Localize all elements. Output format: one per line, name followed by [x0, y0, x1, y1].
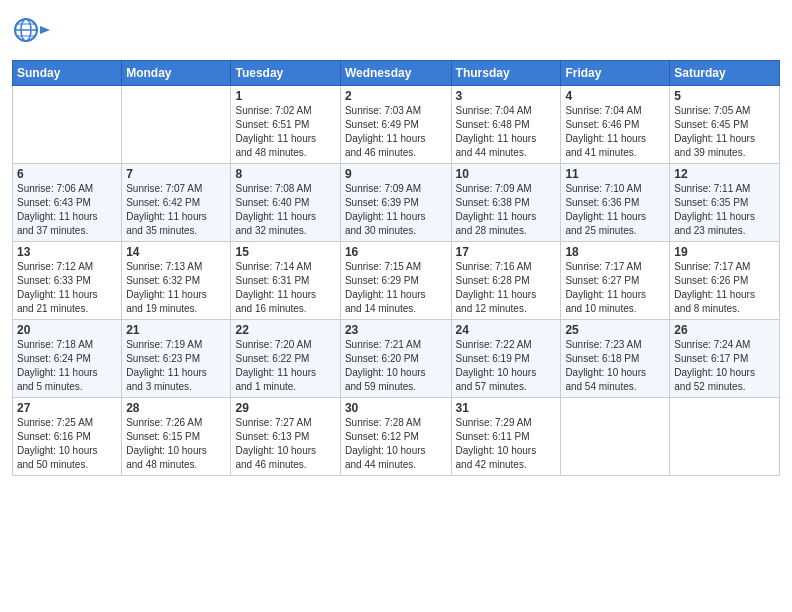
day-number: 6: [17, 167, 117, 181]
calendar-week-row: 27Sunrise: 7:25 AM Sunset: 6:16 PM Dayli…: [13, 398, 780, 476]
day-number: 14: [126, 245, 226, 259]
day-number: 11: [565, 167, 665, 181]
calendar-cell: 13Sunrise: 7:12 AM Sunset: 6:33 PM Dayli…: [13, 242, 122, 320]
day-info: Sunrise: 7:06 AM Sunset: 6:43 PM Dayligh…: [17, 182, 117, 238]
calendar-cell: 16Sunrise: 7:15 AM Sunset: 6:29 PM Dayli…: [340, 242, 451, 320]
day-info: Sunrise: 7:16 AM Sunset: 6:28 PM Dayligh…: [456, 260, 557, 316]
day-number: 12: [674, 167, 775, 181]
day-number: 17: [456, 245, 557, 259]
day-info: Sunrise: 7:12 AM Sunset: 6:33 PM Dayligh…: [17, 260, 117, 316]
day-info: Sunrise: 7:05 AM Sunset: 6:45 PM Dayligh…: [674, 104, 775, 160]
calendar-cell: 3Sunrise: 7:04 AM Sunset: 6:48 PM Daylig…: [451, 86, 561, 164]
calendar-week-row: 6Sunrise: 7:06 AM Sunset: 6:43 PM Daylig…: [13, 164, 780, 242]
calendar-cell: 23Sunrise: 7:21 AM Sunset: 6:20 PM Dayli…: [340, 320, 451, 398]
calendar-header-row: SundayMondayTuesdayWednesdayThursdayFrid…: [13, 61, 780, 86]
calendar-cell: [561, 398, 670, 476]
calendar-cell: 28Sunrise: 7:26 AM Sunset: 6:15 PM Dayli…: [122, 398, 231, 476]
day-info: Sunrise: 7:02 AM Sunset: 6:51 PM Dayligh…: [235, 104, 335, 160]
calendar-cell: 15Sunrise: 7:14 AM Sunset: 6:31 PM Dayli…: [231, 242, 340, 320]
day-number: 22: [235, 323, 335, 337]
day-info: Sunrise: 7:08 AM Sunset: 6:40 PM Dayligh…: [235, 182, 335, 238]
day-info: Sunrise: 7:21 AM Sunset: 6:20 PM Dayligh…: [345, 338, 447, 394]
calendar-cell: [670, 398, 780, 476]
day-info: Sunrise: 7:27 AM Sunset: 6:13 PM Dayligh…: [235, 416, 335, 472]
day-number: 23: [345, 323, 447, 337]
calendar-cell: 20Sunrise: 7:18 AM Sunset: 6:24 PM Dayli…: [13, 320, 122, 398]
calendar-cell: 24Sunrise: 7:22 AM Sunset: 6:19 PM Dayli…: [451, 320, 561, 398]
day-info: Sunrise: 7:04 AM Sunset: 6:46 PM Dayligh…: [565, 104, 665, 160]
calendar-cell: 2Sunrise: 7:03 AM Sunset: 6:49 PM Daylig…: [340, 86, 451, 164]
calendar-table: SundayMondayTuesdayWednesdayThursdayFrid…: [12, 60, 780, 476]
day-number: 10: [456, 167, 557, 181]
day-info: Sunrise: 7:20 AM Sunset: 6:22 PM Dayligh…: [235, 338, 335, 394]
column-header-thursday: Thursday: [451, 61, 561, 86]
day-info: Sunrise: 7:15 AM Sunset: 6:29 PM Dayligh…: [345, 260, 447, 316]
column-header-monday: Monday: [122, 61, 231, 86]
day-info: Sunrise: 7:24 AM Sunset: 6:17 PM Dayligh…: [674, 338, 775, 394]
calendar-cell: 17Sunrise: 7:16 AM Sunset: 6:28 PM Dayli…: [451, 242, 561, 320]
day-info: Sunrise: 7:07 AM Sunset: 6:42 PM Dayligh…: [126, 182, 226, 238]
calendar-cell: [13, 86, 122, 164]
calendar-week-row: 20Sunrise: 7:18 AM Sunset: 6:24 PM Dayli…: [13, 320, 780, 398]
day-number: 7: [126, 167, 226, 181]
calendar-cell: 4Sunrise: 7:04 AM Sunset: 6:46 PM Daylig…: [561, 86, 670, 164]
day-info: Sunrise: 7:11 AM Sunset: 6:35 PM Dayligh…: [674, 182, 775, 238]
day-number: 21: [126, 323, 226, 337]
calendar-cell: 29Sunrise: 7:27 AM Sunset: 6:13 PM Dayli…: [231, 398, 340, 476]
calendar-cell: 30Sunrise: 7:28 AM Sunset: 6:12 PM Dayli…: [340, 398, 451, 476]
column-header-friday: Friday: [561, 61, 670, 86]
day-info: Sunrise: 7:25 AM Sunset: 6:16 PM Dayligh…: [17, 416, 117, 472]
day-number: 18: [565, 245, 665, 259]
day-info: Sunrise: 7:04 AM Sunset: 6:48 PM Dayligh…: [456, 104, 557, 160]
day-number: 25: [565, 323, 665, 337]
day-info: Sunrise: 7:03 AM Sunset: 6:49 PM Dayligh…: [345, 104, 447, 160]
day-info: Sunrise: 7:18 AM Sunset: 6:24 PM Dayligh…: [17, 338, 117, 394]
day-info: Sunrise: 7:22 AM Sunset: 6:19 PM Dayligh…: [456, 338, 557, 394]
calendar-cell: 8Sunrise: 7:08 AM Sunset: 6:40 PM Daylig…: [231, 164, 340, 242]
day-number: 19: [674, 245, 775, 259]
day-info: Sunrise: 7:09 AM Sunset: 6:38 PM Dayligh…: [456, 182, 557, 238]
calendar-cell: 31Sunrise: 7:29 AM Sunset: 6:11 PM Dayli…: [451, 398, 561, 476]
day-number: 5: [674, 89, 775, 103]
calendar-cell: 7Sunrise: 7:07 AM Sunset: 6:42 PM Daylig…: [122, 164, 231, 242]
day-info: Sunrise: 7:28 AM Sunset: 6:12 PM Dayligh…: [345, 416, 447, 472]
day-number: 24: [456, 323, 557, 337]
day-number: 16: [345, 245, 447, 259]
day-info: Sunrise: 7:14 AM Sunset: 6:31 PM Dayligh…: [235, 260, 335, 316]
calendar-week-row: 13Sunrise: 7:12 AM Sunset: 6:33 PM Dayli…: [13, 242, 780, 320]
day-number: 13: [17, 245, 117, 259]
calendar-cell: [122, 86, 231, 164]
column-header-sunday: Sunday: [13, 61, 122, 86]
svg-marker-5: [40, 26, 50, 34]
day-info: Sunrise: 7:17 AM Sunset: 6:26 PM Dayligh…: [674, 260, 775, 316]
day-number: 28: [126, 401, 226, 415]
calendar-cell: 21Sunrise: 7:19 AM Sunset: 6:23 PM Dayli…: [122, 320, 231, 398]
logo-icon: [12, 10, 52, 54]
day-info: Sunrise: 7:09 AM Sunset: 6:39 PM Dayligh…: [345, 182, 447, 238]
calendar-cell: 11Sunrise: 7:10 AM Sunset: 6:36 PM Dayli…: [561, 164, 670, 242]
calendar-cell: 10Sunrise: 7:09 AM Sunset: 6:38 PM Dayli…: [451, 164, 561, 242]
day-info: Sunrise: 7:29 AM Sunset: 6:11 PM Dayligh…: [456, 416, 557, 472]
calendar-cell: 6Sunrise: 7:06 AM Sunset: 6:43 PM Daylig…: [13, 164, 122, 242]
column-header-tuesday: Tuesday: [231, 61, 340, 86]
logo: [12, 10, 56, 54]
header: [12, 10, 780, 54]
day-info: Sunrise: 7:19 AM Sunset: 6:23 PM Dayligh…: [126, 338, 226, 394]
day-number: 2: [345, 89, 447, 103]
day-number: 29: [235, 401, 335, 415]
day-number: 27: [17, 401, 117, 415]
column-header-wednesday: Wednesday: [340, 61, 451, 86]
day-info: Sunrise: 7:10 AM Sunset: 6:36 PM Dayligh…: [565, 182, 665, 238]
day-info: Sunrise: 7:23 AM Sunset: 6:18 PM Dayligh…: [565, 338, 665, 394]
day-info: Sunrise: 7:13 AM Sunset: 6:32 PM Dayligh…: [126, 260, 226, 316]
day-number: 15: [235, 245, 335, 259]
calendar-cell: 27Sunrise: 7:25 AM Sunset: 6:16 PM Dayli…: [13, 398, 122, 476]
day-number: 1: [235, 89, 335, 103]
day-number: 9: [345, 167, 447, 181]
calendar-cell: 1Sunrise: 7:02 AM Sunset: 6:51 PM Daylig…: [231, 86, 340, 164]
calendar-cell: 18Sunrise: 7:17 AM Sunset: 6:27 PM Dayli…: [561, 242, 670, 320]
calendar-cell: 22Sunrise: 7:20 AM Sunset: 6:22 PM Dayli…: [231, 320, 340, 398]
calendar-cell: 19Sunrise: 7:17 AM Sunset: 6:26 PM Dayli…: [670, 242, 780, 320]
page: SundayMondayTuesdayWednesdayThursdayFrid…: [0, 0, 792, 612]
column-header-saturday: Saturday: [670, 61, 780, 86]
